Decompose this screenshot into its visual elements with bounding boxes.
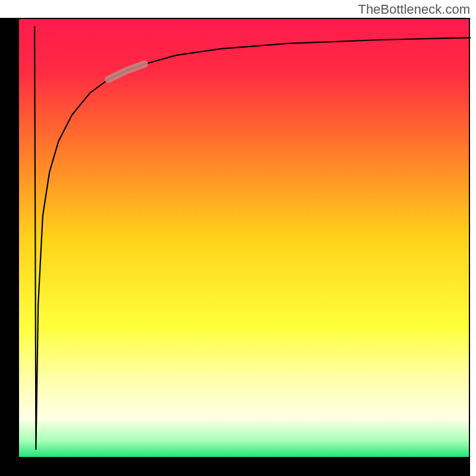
- axis-bottom: [0, 458, 476, 476]
- chart-container: TheBottleneck.com: [0, 0, 476, 476]
- plot-top-edge: [18, 18, 470, 19]
- right-margin: [470, 0, 476, 476]
- plot-right-edge: [469, 18, 470, 458]
- axis-left: [0, 0, 18, 476]
- bottleneck-chart: [0, 0, 476, 476]
- svg-rect-1: [18, 457, 470, 458]
- svg-rect-0: [18, 18, 19, 458]
- attribution-label: TheBottleneck.com: [358, 2, 470, 17]
- plot-background: [18, 18, 470, 458]
